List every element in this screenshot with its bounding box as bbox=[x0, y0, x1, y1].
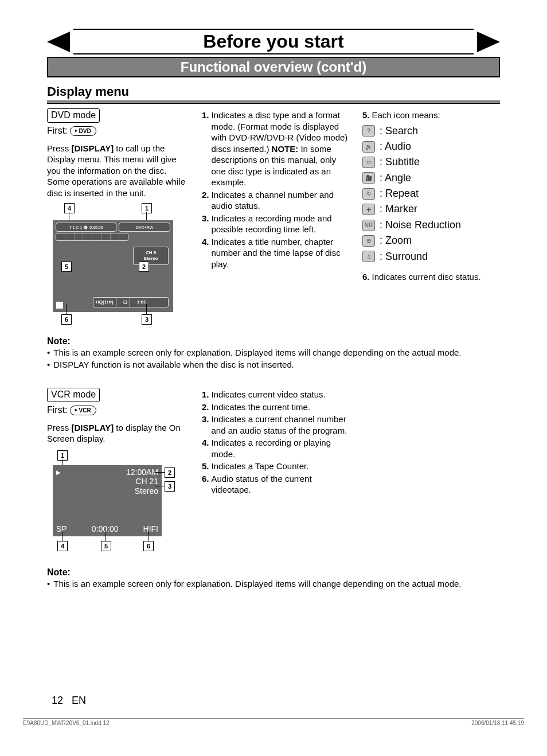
left-arrow-decoration bbox=[47, 32, 70, 52]
icon-label: : Zoom bbox=[380, 234, 412, 247]
angle-icon: 🎥 bbox=[362, 172, 375, 184]
dvd-notes: This is an example screen only for expla… bbox=[47, 346, 500, 371]
stereo-display: Stereo bbox=[126, 486, 158, 496]
note-bullet: This is an example screen only for expla… bbox=[47, 578, 500, 590]
display-key: [DISPLAY] bbox=[72, 423, 114, 432]
list-item: 3.Indicates a recording mode and possibl… bbox=[202, 213, 351, 235]
icon-label: : Search bbox=[380, 124, 418, 138]
vcr-note-head: Note: bbox=[47, 567, 500, 578]
dvd-mode-tag: DVD mode bbox=[47, 108, 100, 123]
list-item: 1.Indicates current video status. bbox=[202, 389, 351, 400]
icon-legend-row: 🎥: Angle bbox=[362, 172, 500, 185]
icon-label: : Angle bbox=[380, 172, 411, 185]
display-key: [DISPLAY] bbox=[72, 143, 114, 153]
list-item: 1.Indicates a disc type and a format mod… bbox=[202, 110, 351, 188]
vcr-mode-tag: VCR mode bbox=[47, 388, 100, 402]
item-6: 6.Indicates current disc status. bbox=[362, 271, 500, 283]
vcr-block: VCR mode First: VCR Press [DISPLAY] to d… bbox=[47, 388, 500, 552]
icon-legend-row: 🔊: Audio bbox=[362, 140, 500, 153]
dvd-intro-text: Press [DISPLAY] to call up the Display m… bbox=[47, 143, 190, 199]
surround-icon: ♫ bbox=[362, 251, 375, 262]
vcr-numbered-list: 1.Indicates current video status.2.Indic… bbox=[202, 389, 351, 496]
dvd-display-diagram: 4 1 T 1 C 1 ⌚ 0:00:00 DVD+RW CH 8 Stereo bbox=[47, 203, 179, 325]
footer-line: E9A80UD_MWR20V6_01.indd 12 2006/01/18 11… bbox=[23, 718, 524, 726]
note-bullet: This is an example screen only for expla… bbox=[47, 346, 500, 358]
icon-legend-row: ?: Search bbox=[362, 124, 500, 138]
callout-2: 2 bbox=[165, 467, 175, 478]
vcr-intro-text: Press [DISPLAY] to display the On Screen… bbox=[47, 422, 190, 445]
recording-mode-pill: HQ(1Hr) ◻ 1:01 bbox=[93, 297, 169, 307]
icon-label: : Repeat bbox=[380, 187, 419, 200]
disc-type-pill: DVD+RW bbox=[119, 223, 170, 232]
footer-date: 2006/01/18 11:45:19 bbox=[471, 720, 524, 726]
callout-4: 4 bbox=[57, 541, 68, 551]
callout-3: 3 bbox=[165, 481, 175, 492]
callout-5: 5 bbox=[61, 262, 72, 272]
vcr-button-icon: VCR bbox=[70, 406, 96, 415]
icon-label: : Audio bbox=[380, 140, 411, 153]
callout-6: 6 bbox=[143, 541, 154, 551]
list-item: 3.Indicates a current channel number and… bbox=[202, 414, 351, 436]
icon-label: : Surround bbox=[380, 250, 428, 263]
title-chapter-time-pill: T 1 C 1 ⌚ 0:00:00 bbox=[56, 223, 116, 232]
page-title: Before you start bbox=[73, 29, 474, 54]
vcr-notes: This is an example screen only for expla… bbox=[47, 578, 500, 590]
callout-5: 5 bbox=[101, 541, 111, 551]
list-item: 6.Audio status of the current videotape. bbox=[202, 473, 351, 496]
callout-3: 3 bbox=[142, 314, 152, 325]
dvd-button-icon: DVD bbox=[70, 126, 96, 136]
play-icon: ▶ bbox=[56, 469, 61, 476]
icon-label: : Marker bbox=[380, 202, 417, 216]
search-icon: ? bbox=[362, 125, 375, 137]
note-bullet: DISPLAY function is not available when t… bbox=[47, 358, 500, 371]
channel-display: CH 21 bbox=[126, 477, 158, 486]
subtitle-banner: Functional overview (cont'd) bbox=[47, 57, 500, 77]
callout-1: 1 bbox=[142, 203, 152, 213]
icon-bar bbox=[56, 233, 128, 241]
dvd-numbered-list: 1.Indicates a disc type and a format mod… bbox=[202, 110, 351, 270]
icon-legend-row: NR: Noise Reduction bbox=[362, 219, 500, 232]
list-item: 4.Indicates a recording or playing mode. bbox=[202, 437, 351, 459]
title-banner: Before you start bbox=[47, 29, 500, 54]
vcr-display-diagram: 1 ▶ 12:00AM CH 21 Stereo SP 0:00:00 HIFI bbox=[47, 450, 167, 552]
noise-reduction-icon: NR bbox=[362, 220, 375, 231]
dvd-note-head: Note: bbox=[47, 336, 500, 346]
icon-legend-row: ▭: Subtitle bbox=[362, 155, 500, 169]
right-arrow-decoration bbox=[477, 32, 500, 52]
section-heading: Display menu bbox=[47, 84, 500, 103]
stop-icon bbox=[56, 302, 63, 309]
callout-6: 6 bbox=[61, 314, 72, 325]
item-5-head: 5.Each icon means: bbox=[362, 110, 500, 121]
list-item: 5.Indicates a Tape Counter. bbox=[202, 461, 351, 472]
first-label: First: bbox=[47, 404, 68, 416]
dvd-block: DVD mode First: DVD Press [DISPLAY] to c… bbox=[47, 108, 500, 325]
icon-legend-row: ♫: Surround bbox=[362, 250, 500, 263]
repeat-icon: ↻ bbox=[362, 188, 375, 200]
icon-legend-row: ↻: Repeat bbox=[362, 187, 500, 200]
subtitle-icon: ▭ bbox=[362, 157, 375, 168]
icon-legend-row: ⊕: Zoom bbox=[362, 234, 500, 247]
list-item: 4.Indicates a title number, chapter numb… bbox=[202, 236, 351, 270]
icon-legend-row: ✚: Marker bbox=[362, 202, 500, 216]
callout-4: 4 bbox=[64, 203, 75, 213]
hifi-display: HIFI bbox=[143, 524, 158, 534]
list-item: 2.Indicates the current time. bbox=[202, 402, 351, 413]
first-label: First: bbox=[47, 125, 68, 137]
list-item: 2.Indicates a channel number and audio s… bbox=[202, 189, 351, 212]
footer-file: E9A80UD_MWR20V6_01.indd 12 bbox=[23, 720, 110, 726]
page-number: 12 EN bbox=[52, 695, 86, 707]
marker-icon: ✚ bbox=[362, 204, 375, 215]
callout-2: 2 bbox=[139, 262, 149, 272]
time-display: 12:00AM bbox=[126, 467, 158, 477]
callout-1: 1 bbox=[57, 450, 68, 461]
icon-legend-list: ?: Search🔊: Audio▭: Subtitle🎥: Angle↻: R… bbox=[362, 124, 500, 264]
icon-label: : Subtitle bbox=[380, 155, 420, 169]
zoom-icon: ⊕ bbox=[362, 235, 375, 247]
audio-icon: 🔊 bbox=[362, 141, 375, 153]
icon-label: : Noise Reduction bbox=[380, 219, 461, 232]
